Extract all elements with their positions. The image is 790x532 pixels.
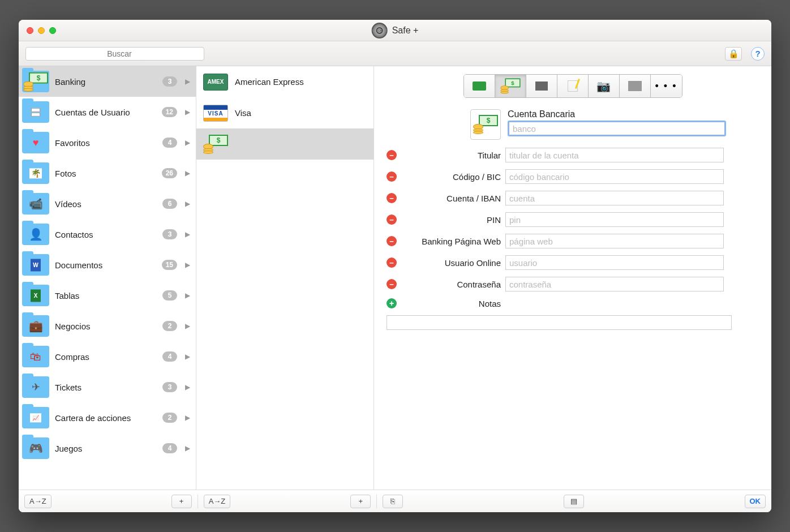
field-input-user[interactable]	[505, 255, 724, 270]
field-input-iban[interactable]	[505, 191, 724, 205]
search-input[interactable]	[25, 47, 204, 61]
type-credit-card[interactable]	[464, 75, 495, 97]
chevron-right-icon: ▶	[185, 78, 190, 85]
delete-field-button[interactable]: −	[387, 193, 397, 203]
copy-button[interactable]: ⎘	[383, 495, 403, 508]
window-controls	[24, 27, 56, 34]
sidebar-item-photos[interactable]: 🌴 Fotos 26 ▶	[19, 158, 196, 188]
list-item[interactable]: VISA Visa	[196, 97, 373, 128]
list-item[interactable]: AMEX American Express	[196, 66, 373, 97]
close-icon[interactable]	[27, 27, 33, 34]
chevron-right-icon: ▶	[185, 322, 190, 330]
id-card-icon	[628, 81, 642, 91]
sidebar-item-business[interactable]: 💼 Negocios 2 ▶	[19, 311, 196, 341]
delete-field-button[interactable]: −	[387, 258, 397, 268]
delete-field-button[interactable]: −	[387, 214, 397, 225]
sidebar-item-documents[interactable]: W Documentos 15 ▶	[19, 250, 196, 280]
minimize-icon[interactable]	[38, 27, 45, 34]
sidebar-item-count: 3	[162, 382, 177, 392]
sidebar-item-label: Documentos	[55, 260, 156, 270]
field-input-holder[interactable]	[505, 148, 724, 162]
list-item[interactable]: $	[196, 128, 373, 160]
field-label: Titular	[401, 151, 501, 160]
chevron-right-icon: ▶	[185, 169, 190, 177]
bank-account-icon: $	[473, 115, 498, 134]
search-wrap: 🔍	[25, 47, 204, 61]
field-label: Cuenta / IBAN	[401, 194, 501, 203]
sidebar-item-games[interactable]: 🎮 Juegos 4 ▶	[19, 433, 196, 464]
video-icon: 📹	[29, 197, 43, 211]
type-bank-account[interactable]: $	[495, 75, 526, 97]
titlebar: Safe +	[19, 20, 771, 41]
entry-name-input[interactable]	[508, 121, 726, 136]
sidebar-item-favorites[interactable]: ♥ Favoritos 4 ▶	[19, 127, 196, 158]
type-contact[interactable]	[526, 75, 557, 97]
sort-entries-button[interactable]: A→Z	[204, 495, 231, 508]
sidebar-item-label: Fotos	[55, 169, 156, 178]
sidebar-item-label: Vídeos	[55, 199, 157, 209]
list-item-label: Visa	[235, 108, 251, 118]
sidebar-item-shopping[interactable]: 🛍 Compras 4 ▶	[19, 341, 196, 372]
ok-button[interactable]: OK	[745, 495, 766, 508]
delete-field-button[interactable]: −	[387, 150, 397, 160]
sidebar-item-count: 4	[162, 443, 177, 453]
delete-field-button[interactable]: −	[387, 236, 397, 246]
field-label: Código / BIC	[401, 172, 501, 182]
sidebar-item-count: 2	[162, 321, 177, 331]
type-more[interactable]: • • •	[651, 75, 682, 97]
delete-field-button[interactable]: −	[387, 279, 397, 289]
type-note[interactable]	[557, 75, 589, 97]
add-field-button[interactable]: +	[387, 298, 397, 308]
template-icon: ▤	[570, 497, 577, 505]
delete-field-button[interactable]: −	[387, 171, 397, 182]
maximize-icon[interactable]	[49, 27, 56, 34]
entry-icon-box[interactable]: $	[470, 109, 501, 140]
field-label: Contraseña	[401, 280, 501, 289]
app-title: Safe +	[372, 23, 419, 38]
sidebar-item-label: Contactos	[55, 230, 157, 239]
chevron-right-icon: ▶	[185, 414, 190, 422]
bank-account-icon: $	[500, 78, 520, 93]
sidebar-item-banking[interactable]: $ Banking 3 ▶	[19, 66, 196, 97]
field-input-pin[interactable]	[505, 212, 724, 227]
photo-icon: 🌴	[29, 168, 42, 178]
sidebar-item-videos[interactable]: 📹 Vídeos 6 ▶	[19, 188, 196, 219]
sidebar-item-accounts[interactable]: Cuentas de Usuario 12 ▶	[19, 97, 196, 127]
lock-button[interactable]: 🔒	[725, 47, 742, 61]
sidebar-item-tickets[interactable]: ✈ Tickets 3 ▶	[19, 372, 196, 402]
field-row-notes: + Notas	[387, 298, 759, 308]
footer: A→Z + A→Z + ⎘ ▤ OK	[19, 490, 771, 512]
sidebar-item-count: 15	[162, 260, 177, 270]
sidebar-item-label: Favoritos	[55, 138, 157, 148]
help-button[interactable]: ?	[751, 47, 765, 61]
list-item-label: American Express	[235, 77, 304, 87]
add-entry-button[interactable]: +	[350, 495, 371, 508]
briefcase-icon: 💼	[29, 319, 43, 333]
chevron-right-icon: ▶	[185, 139, 190, 147]
template-button[interactable]: ▤	[564, 495, 584, 508]
type-selector: $ 📷 • • •	[463, 74, 682, 98]
sidebar-item-label: Compras	[55, 352, 157, 362]
spreadsheet-icon: X	[31, 289, 41, 302]
field-label: PIN	[401, 215, 501, 225]
chevron-right-icon: ▶	[185, 108, 190, 116]
sort-categories-button[interactable]: A→Z	[24, 495, 51, 508]
vault-icon	[372, 23, 388, 38]
sidebar-item-count: 5	[162, 290, 177, 301]
sidebar-item-label: Cartera de acciones	[55, 413, 157, 423]
field-label: Usuario Online	[401, 258, 501, 268]
field-input-password[interactable]	[505, 277, 724, 291]
add-category-button[interactable]: +	[171, 495, 192, 508]
sidebar-item-contacts[interactable]: 👤 Contactos 3 ▶	[19, 219, 196, 250]
sidebar-item-stocks[interactable]: 📈 Cartera de acciones 2 ▶	[19, 402, 196, 433]
field-input-bic[interactable]	[505, 169, 724, 184]
sidebar-item-tables[interactable]: X Tablas 5 ▶	[19, 280, 196, 311]
field-input-website[interactable]	[505, 234, 724, 248]
sidebar-item-label: Tablas	[55, 291, 157, 301]
type-id[interactable]	[620, 75, 651, 97]
notes-textarea[interactable]	[387, 315, 732, 330]
chevron-right-icon: ▶	[185, 444, 190, 452]
sidebar-item-count: 26	[162, 168, 177, 178]
amex-card-icon: AMEX	[203, 74, 228, 91]
type-photo[interactable]: 📷	[589, 75, 620, 97]
